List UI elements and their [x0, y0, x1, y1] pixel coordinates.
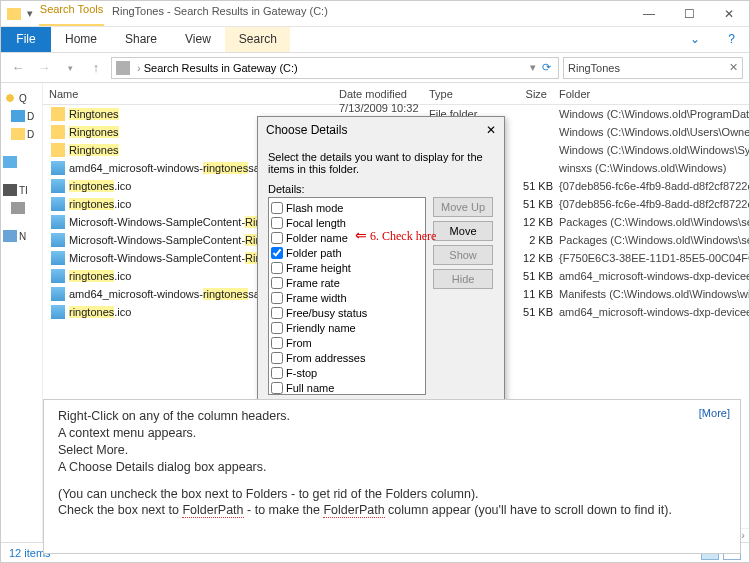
downloads-icon	[11, 110, 25, 122]
dropdown-icon[interactable]: ▾	[527, 61, 539, 74]
details-item[interactable]: Full name	[271, 380, 423, 395]
details-listbox[interactable]: Flash modeFocal lengthFolder nameFolder …	[268, 197, 426, 395]
move-up-button[interactable]: Move Up	[433, 197, 493, 217]
show-button[interactable]: Show	[433, 245, 493, 265]
details-item-label: Frame height	[286, 262, 351, 274]
folder-icon	[51, 107, 65, 121]
forward-button[interactable]: →	[33, 57, 55, 79]
file-tab[interactable]: File	[1, 27, 51, 52]
drive-icon	[11, 202, 25, 214]
navigation-pane[interactable]: Q D D TI N	[1, 83, 43, 542]
move-down-button[interactable]: Move Down	[433, 221, 493, 241]
refresh-icon[interactable]: ⟳	[539, 61, 554, 74]
details-label: Details:	[268, 183, 494, 195]
col-folder[interactable]: Folder	[553, 88, 749, 100]
desktop-icon	[3, 156, 17, 168]
col-type[interactable]: Type	[423, 88, 503, 100]
details-item[interactable]: From addresses	[271, 350, 423, 365]
view-tab[interactable]: View	[171, 27, 225, 52]
address-input[interactable]: › Search Results in Gateway (C:) ▾ ⟳	[111, 57, 559, 79]
instr-line: Check the box next to FolderPath - to ma…	[58, 502, 726, 519]
col-name[interactable]: Name	[43, 88, 333, 100]
share-tab[interactable]: Share	[111, 27, 171, 52]
instr-line: A Choose Details dialog box appears.	[58, 459, 726, 476]
details-checkbox[interactable]	[271, 262, 283, 274]
details-item-label: Flash mode	[286, 202, 343, 214]
details-item[interactable]: Frame height	[271, 260, 423, 275]
address-text: Search Results in Gateway (C:)	[144, 62, 298, 74]
file-icon	[51, 215, 65, 229]
details-item-label: Frame rate	[286, 277, 340, 289]
instr-line: (You can uncheck the box next to Folders…	[58, 486, 726, 503]
dropdown-icon[interactable]: ▾	[27, 7, 33, 20]
details-item[interactable]: Folder name	[271, 230, 423, 245]
dialog-description: Select the details you want to display f…	[268, 151, 494, 175]
close-button[interactable]: ✕	[709, 1, 749, 26]
search-input[interactable]: RingTones ✕	[563, 57, 743, 79]
details-item-label: From	[286, 337, 312, 349]
file-icon	[51, 251, 65, 265]
details-item[interactable]: F-stop	[271, 365, 423, 380]
up-button[interactable]: ↑	[85, 57, 107, 79]
home-tab[interactable]: Home	[51, 27, 111, 52]
hide-button[interactable]: Hide	[433, 269, 493, 289]
dialog-title: Choose Details	[266, 123, 347, 137]
file-icon	[51, 161, 65, 175]
dialog-close-icon[interactable]: ✕	[486, 123, 496, 137]
details-item[interactable]: Friendly name	[271, 320, 423, 335]
folder-icon	[51, 125, 65, 139]
back-button[interactable]: ←	[7, 57, 29, 79]
details-checkbox[interactable]	[271, 277, 283, 289]
minimize-button[interactable]: ―	[629, 1, 669, 26]
help-icon[interactable]: ?	[714, 27, 749, 52]
details-checkbox[interactable]	[271, 352, 283, 364]
details-checkbox[interactable]	[271, 247, 283, 259]
details-item-label: Folder name	[286, 232, 348, 244]
network-icon	[3, 230, 17, 242]
chevron-right-icon: ›	[134, 62, 144, 74]
file-icon	[51, 179, 65, 193]
col-date[interactable]: Date modified	[333, 88, 423, 100]
details-item[interactable]: Frame rate	[271, 275, 423, 290]
details-item-label: Friendly name	[286, 322, 356, 334]
file-icon	[51, 269, 65, 283]
search-clear-icon[interactable]: ✕	[729, 61, 738, 74]
this-pc-icon	[3, 184, 17, 196]
details-checkbox[interactable]	[271, 232, 283, 244]
details-item[interactable]: Frame width	[271, 290, 423, 305]
details-item-label: Folder path	[286, 247, 342, 259]
ribbon-expand-icon[interactable]: ⌄	[676, 27, 714, 52]
search-tab[interactable]: Search	[225, 27, 290, 52]
more-link[interactable]: [More]	[699, 406, 730, 421]
details-item-label: Frame width	[286, 292, 347, 304]
details-checkbox[interactable]	[271, 337, 283, 349]
details-item-label: From addresses	[286, 352, 365, 364]
details-checkbox[interactable]	[271, 307, 283, 319]
details-item[interactable]: Folder path	[271, 245, 423, 260]
col-size[interactable]: Size	[503, 88, 553, 100]
folder-icon	[11, 128, 25, 140]
details-item-label: Full name	[286, 382, 334, 394]
window-titlebar: ▾ Search Tools RingTones - Search Result…	[1, 1, 749, 27]
maximize-button[interactable]: ☐	[669, 1, 709, 26]
details-item-label: Free/busy status	[286, 307, 367, 319]
window-title: RingTones - Search Results in Gateway (C…	[104, 1, 629, 26]
details-item[interactable]: From	[271, 335, 423, 350]
details-item-label: Focal length	[286, 217, 346, 229]
instr-line: A context menu appears.	[58, 425, 726, 442]
file-icon	[51, 197, 65, 211]
search-tools-context-tab[interactable]: Search Tools	[39, 1, 104, 26]
recent-dropdown[interactable]: ▾	[59, 57, 81, 79]
details-item[interactable]: Flash mode	[271, 200, 423, 215]
drive-icon	[116, 61, 130, 75]
ribbon-tabs: File Home Share View Search ⌄ ?	[1, 27, 749, 53]
address-bar: ← → ▾ ↑ › Search Results in Gateway (C:)…	[1, 53, 749, 83]
details-item[interactable]: Focal length	[271, 215, 423, 230]
details-checkbox[interactable]	[271, 217, 283, 229]
details-checkbox[interactable]	[271, 382, 283, 394]
details-checkbox[interactable]	[271, 202, 283, 214]
details-checkbox[interactable]	[271, 322, 283, 334]
details-checkbox[interactable]	[271, 292, 283, 304]
details-item[interactable]: Free/busy status	[271, 305, 423, 320]
details-checkbox[interactable]	[271, 367, 283, 379]
